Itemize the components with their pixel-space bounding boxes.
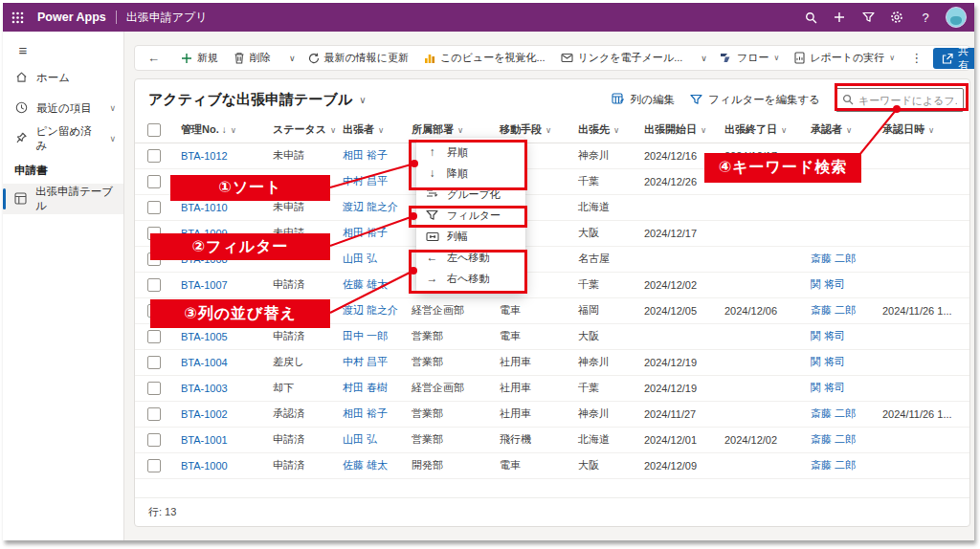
row-checkbox[interactable] [147, 149, 161, 163]
row-checkbox[interactable] [147, 201, 161, 214]
cell-link[interactable]: 中村 昌平 [339, 349, 408, 375]
command-chart-button[interactable]: このビューを視覚化... [417, 47, 551, 69]
sidebar-item-travel-request-table[interactable]: 出張申請テーブル [3, 184, 123, 214]
cell-link[interactable]: 斎藤 二郎 [807, 401, 879, 427]
brand-name[interactable]: Power Apps [37, 11, 106, 24]
keyword-search-box[interactable] [835, 88, 964, 112]
chevron-down-icon[interactable]: ∨ [697, 54, 711, 63]
row-checkbox[interactable] [147, 227, 161, 240]
command-back-arrow-icon[interactable]: ← [141, 47, 167, 69]
cell-link[interactable]: 佐藤 雄太 [339, 452, 408, 478]
cell-link[interactable]: BTA-1008 [177, 246, 269, 272]
cell-link[interactable]: BTA-1007 [177, 272, 269, 297]
menu-item-5[interactable]: ←左へ移動 [416, 247, 525, 268]
cell-link[interactable]: 山田 弘 [339, 427, 408, 452]
topbar-plus-icon[interactable] [827, 5, 852, 30]
row-checkbox[interactable] [147, 253, 161, 266]
menu-item-0[interactable]: ↑昇順 [416, 142, 525, 163]
cell-link[interactable]: 関 将司 [807, 375, 879, 401]
avatar[interactable] [946, 7, 967, 28]
cell: 2024/11/26 1... [879, 297, 969, 323]
row-checkbox[interactable] [147, 356, 161, 369]
command-report-button[interactable]: レポートの実行∨ [788, 47, 902, 69]
cell-link[interactable]: BTA-1000 [177, 452, 269, 478]
share-button[interactable]: 共有∨ [933, 48, 974, 69]
cell-link[interactable]: BTA-1011 [177, 168, 269, 194]
menu-item-2[interactable]: グループ化 [416, 184, 525, 205]
cell-link[interactable]: BTA-1003 [177, 375, 269, 401]
search-input[interactable] [858, 95, 957, 106]
cell-link[interactable]: BTA-1002 [177, 401, 269, 427]
column-header-6[interactable]: 出張開始日∨ [640, 118, 721, 143]
cell-link[interactable]: 関 将司 [807, 323, 879, 349]
row-checkbox[interactable] [147, 330, 161, 343]
sidebar-item-0[interactable]: ホーム [3, 62, 123, 93]
cell [721, 168, 807, 194]
column-header-0[interactable]: 管理No.↓∨ [177, 118, 269, 143]
row-checkbox[interactable] [147, 433, 161, 447]
row-checkbox[interactable] [147, 304, 161, 318]
cell-link[interactable]: 渡辺 龍之介 [339, 194, 408, 220]
command-refresh-button[interactable]: 最新の情報に更新 [301, 47, 416, 69]
app-launcher-waffle-icon[interactable] [3, 3, 32, 32]
column-header-5[interactable]: 出張先∨ [574, 118, 640, 143]
sidebar-item-1[interactable]: 最近の項目∨ [3, 93, 123, 123]
cell-link[interactable]: 相田 裕子 [339, 220, 408, 246]
cell-link[interactable]: 関 将司 [807, 349, 879, 375]
cell-link[interactable]: BTA-1010 [177, 194, 269, 220]
cell-link[interactable]: 佐藤 雄太 [339, 272, 408, 297]
row-checkbox[interactable] [147, 407, 161, 421]
cell-link[interactable]: BTA-1006 [177, 297, 269, 323]
column-header-2[interactable]: 出張者∨ [339, 118, 408, 143]
row-checkbox[interactable] [147, 175, 161, 188]
cell-link[interactable]: 田中 一郎 [339, 323, 408, 349]
cell-link[interactable]: 斎藤 二郎 [807, 427, 879, 452]
column-header-1[interactable]: ステータス∨ [269, 118, 339, 143]
column-header-8[interactable]: 承認者∨ [807, 118, 879, 143]
chevron-down-icon[interactable]: ∨ [285, 54, 300, 63]
cell-link[interactable]: 相田 裕子 [339, 143, 408, 168]
cell-link[interactable]: 斎藤 二郎 [807, 452, 879, 478]
row-checkbox[interactable] [147, 459, 161, 472]
select-all-checkbox[interactable] [147, 123, 161, 137]
row-checkbox[interactable] [147, 278, 161, 292]
hamburger-menu-icon[interactable]: ≡ [9, 37, 37, 62]
menu-item-6[interactable]: →右へ移動 [416, 268, 525, 289]
topbar-help-icon[interactable]: ? [913, 5, 938, 30]
command-flow-button[interactable]: フロー∨ [713, 47, 786, 69]
topbar-funnel-icon[interactable] [856, 5, 880, 30]
cell-link[interactable]: BTA-1004 [177, 349, 269, 375]
edit-columns-button[interactable]: 列の編集 [612, 93, 675, 107]
cell: 大阪 [574, 452, 640, 478]
row-checkbox[interactable] [147, 382, 161, 395]
cell-link[interactable]: 山田 弘 [339, 246, 408, 272]
cell: 2024/12/02 [721, 427, 807, 452]
cell-link[interactable]: 渡辺 龍之介 [339, 297, 408, 323]
menu-item-3[interactable]: フィルター [416, 205, 525, 226]
topbar-search-icon[interactable] [798, 5, 823, 30]
command-more-vertical-icon[interactable]: ⋮ [903, 47, 929, 69]
cell-link[interactable]: 中村 昌平 [339, 168, 408, 194]
command-trash-button[interactable]: 削除 [227, 47, 278, 69]
data-grid: 管理No.↓∨ステータス∨出張者∨所属部署∨移動手段∨出張先∨出張開始日∨出張終… [135, 118, 969, 479]
cell-link[interactable]: BTA-1009 [177, 220, 269, 246]
view-switcher-chevron-icon[interactable]: ∨ [359, 95, 366, 105]
sidebar-item-2[interactable]: ピン留め済み∨ [3, 123, 123, 154]
command-mail-button[interactable]: リンクを電子メール... [554, 47, 690, 69]
column-header-7[interactable]: 出張終了日∨ [721, 118, 807, 143]
topbar-gear-icon[interactable] [884, 5, 909, 30]
cell-link[interactable]: 相田 裕子 [339, 401, 408, 427]
cell-link[interactable]: 斎藤 二郎 [807, 246, 879, 272]
cell-link[interactable]: BTA-1012 [177, 143, 269, 168]
menu-item-4[interactable]: 列幅 [416, 226, 525, 247]
view-title[interactable]: アクティブな出張申請テーブル [148, 91, 352, 109]
command-plus-button[interactable]: 新規 [174, 47, 225, 69]
edit-filters-button[interactable]: フィルターを編集する [690, 93, 820, 107]
cell-link[interactable]: 村田 春樹 [339, 375, 408, 401]
cell-link[interactable]: BTA-1001 [177, 427, 269, 452]
cell-link[interactable]: 斎藤 二郎 [807, 297, 879, 323]
cell-link[interactable]: BTA-1005 [177, 323, 269, 349]
cell-link[interactable]: 関 将司 [807, 272, 879, 297]
column-header-9[interactable]: 承認日時∨ [879, 118, 969, 143]
menu-item-1[interactable]: ↓降順 [416, 163, 525, 184]
